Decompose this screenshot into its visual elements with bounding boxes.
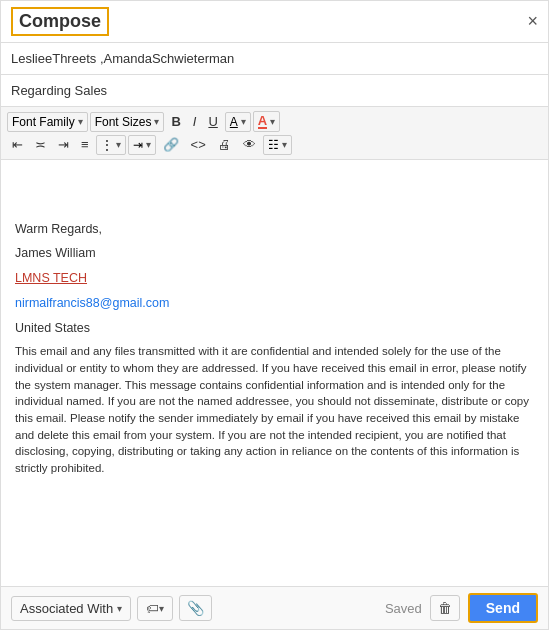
associated-with-label: Associated With (20, 601, 113, 616)
tag-button[interactable]: 🏷 ▾ (137, 596, 173, 621)
footer-right: Saved 🗑 Send (385, 593, 538, 623)
indent-icon: ⇥ (133, 138, 143, 152)
compose-header: Compose × (1, 1, 548, 43)
formatting-toolbar: Font Family ▾ Font Sizes ▾ B I U A ▾ A ▾… (1, 107, 548, 160)
font-family-arrow: ▾ (78, 116, 83, 127)
send-button[interactable]: Send (468, 593, 538, 623)
subject-field[interactable]: Regarding Sales (1, 75, 548, 107)
bold-button[interactable]: B (166, 111, 185, 132)
toolbar-row-1: Font Family ▾ Font Sizes ▾ B I U A ▾ A ▾ (7, 111, 542, 132)
link-button[interactable]: 🔗 (158, 134, 184, 155)
editor-area[interactable]: Warm Regards, James William LMNS TECH ni… (1, 160, 548, 586)
footer-left: Associated With ▾ 🏷 ▾ 📎 (11, 595, 379, 621)
editor-content: Warm Regards, James William LMNS TECH ni… (15, 170, 534, 477)
saved-status: Saved (385, 601, 422, 616)
align-right-button[interactable]: ⇥ (53, 134, 74, 155)
underline-icon: A (230, 115, 238, 129)
compose-footer: Associated With ▾ 🏷 ▾ 📎 Saved 🗑 Send (1, 586, 548, 629)
list-icon: ⋮ (101, 138, 113, 152)
to-value: LeslieeThreets ,AmandaSchwieterman (11, 51, 234, 66)
table-icon: ☷ (268, 138, 279, 152)
greeting: Warm Regards, (15, 220, 534, 239)
underline-button[interactable]: U (203, 111, 222, 132)
subject-value: Regarding Sales (11, 83, 107, 98)
print-button[interactable]: 🖨 (213, 134, 236, 155)
font-color-icon: A (258, 114, 267, 129)
to-field[interactable]: LeslieeThreets ,AmandaSchwieterman (1, 43, 548, 75)
font-color-dropdown[interactable]: A ▾ (253, 111, 280, 132)
justify-button[interactable]: ≡ (76, 134, 94, 155)
font-size-arrow: ▾ (154, 116, 159, 127)
align-left-button[interactable]: ⇤ (7, 134, 28, 155)
preview-button[interactable]: 👁 (238, 134, 261, 155)
align-center-button[interactable]: ≍ (30, 134, 51, 155)
company-name: LMNS TECH (15, 271, 87, 285)
toolbar-row-2: ⇤ ≍ ⇥ ≡ ⋮ ▾ ⇥ ▾ 🔗 <> 🖨 👁 ☷ ▾ (7, 134, 542, 155)
disclaimer-text: This email and any files transmitted wit… (15, 343, 534, 476)
code-button[interactable]: <> (186, 134, 211, 155)
tag-icon: 🏷 (146, 601, 159, 616)
delete-button[interactable]: 🗑 (430, 595, 460, 621)
compose-window: Compose × LeslieeThreets ,AmandaSchwiete… (0, 0, 549, 630)
compose-title: Compose (11, 7, 109, 36)
paperclip-icon: 📎 (187, 600, 204, 616)
italic-button[interactable]: I (188, 111, 202, 132)
attach-button[interactable]: 📎 (179, 595, 212, 621)
associated-with-arrow: ▾ (117, 603, 122, 614)
font-family-dropdown[interactable]: Font Family ▾ (7, 112, 88, 132)
table-dropdown[interactable]: ☷ ▾ (263, 135, 292, 155)
font-family-label: Font Family (12, 115, 75, 129)
font-size-label: Font Sizes (95, 115, 152, 129)
trash-icon: 🗑 (438, 600, 452, 616)
underline-color-dropdown[interactable]: A ▾ (225, 112, 251, 132)
close-button[interactable]: × (527, 11, 538, 32)
author-country: United States (15, 319, 534, 338)
indent-dropdown[interactable]: ⇥ ▾ (128, 135, 156, 155)
list-dropdown[interactable]: ⋮ ▾ (96, 135, 126, 155)
font-size-dropdown[interactable]: Font Sizes ▾ (90, 112, 165, 132)
author-name: James William (15, 244, 534, 263)
author-email: nirmalfrancis88@gmail.com (15, 296, 169, 310)
associated-with-button[interactable]: Associated With ▾ (11, 596, 131, 621)
